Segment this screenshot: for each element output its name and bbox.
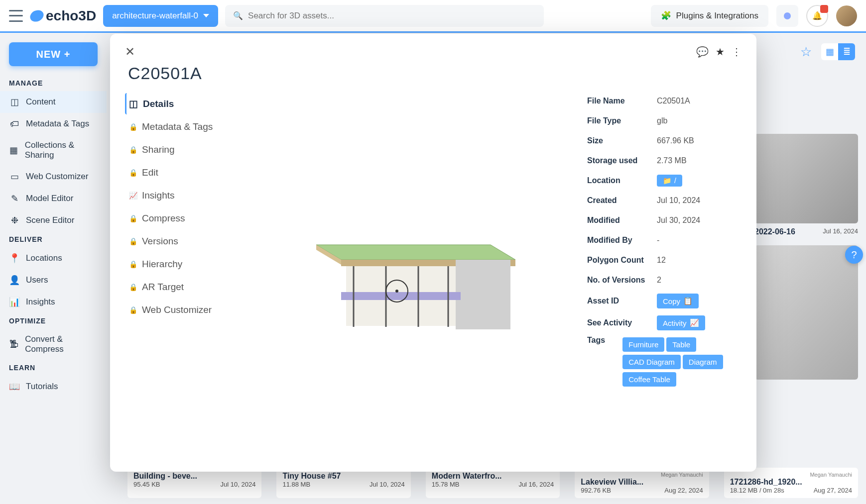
sidebar-item-web-customizer[interactable]: ▭Web Customizer	[0, 166, 107, 188]
sidebar-item-scene-editor[interactable]: ❉Scene Editor	[0, 209, 107, 231]
chart-icon: 📊	[9, 297, 20, 307]
nav-ar-target[interactable]: 🔒AR Target	[125, 277, 225, 298]
prop-file-name: C20501A	[657, 97, 690, 105]
nav-edit[interactable]: 🔒Edit	[125, 162, 225, 183]
search-icon: 🔍	[233, 11, 243, 20]
book-icon: 📖	[9, 381, 20, 392]
menu-icon[interactable]	[9, 10, 23, 22]
modal-title: C20501A	[128, 64, 742, 83]
sidebar-item-insights[interactable]: 📊Insights	[0, 291, 107, 313]
pencil-icon: ✎	[9, 193, 20, 204]
scene-icon: ❉	[9, 215, 20, 226]
compress-icon: 🗜	[9, 339, 19, 350]
logo-text: echo3D	[46, 8, 96, 24]
sidebar-item-collections[interactable]: ▦Collections & Sharing	[0, 135, 107, 166]
logo[interactable]: echo3D	[30, 8, 96, 24]
prop-versions: 2	[657, 276, 661, 285]
lock-icon: 🔒	[129, 123, 137, 131]
lock-icon: 🔒	[129, 283, 137, 291]
grid-view-button[interactable]: ▦	[821, 43, 838, 60]
sidebar-item-metadata[interactable]: 🏷Metadata & Tags	[0, 113, 107, 135]
lock-icon: 🔒	[129, 214, 137, 222]
location-chip[interactable]: 📁/	[657, 175, 682, 187]
tag-chip[interactable]: CAD Diagram	[622, 355, 681, 369]
favorite-icon[interactable]: ☆	[800, 44, 815, 59]
section-learn: LEARN	[0, 360, 107, 376]
tag-chip[interactable]: Furniture	[622, 337, 664, 352]
search-box[interactable]: 🔍	[225, 5, 544, 27]
close-icon[interactable]: ✕	[125, 45, 135, 59]
more-icon[interactable]: ⋮	[732, 46, 742, 58]
tag-chip[interactable]: Diagram	[683, 355, 723, 369]
lock-icon: 🔒	[129, 169, 137, 177]
prop-size: 667.96 KB	[657, 136, 694, 145]
sidebar-item-tutorials[interactable]: 📖Tutorials	[0, 376, 107, 398]
tag-chip[interactable]: Coffee Table	[622, 372, 676, 387]
lock-icon: 🔒	[129, 146, 137, 154]
list-view-button[interactable]: ≣	[838, 43, 855, 60]
model-preview	[286, 207, 525, 347]
svg-marker-0	[316, 245, 515, 260]
project-dropdown[interactable]: architecture-waterfall-0	[103, 5, 218, 27]
copy-asset-id-button[interactable]: Copy📋	[657, 294, 699, 308]
nav-hierarchy[interactable]: 🔒Hierarchy	[125, 254, 225, 275]
sidebar-item-model-editor[interactable]: ✎Model Editor	[0, 188, 107, 209]
asset-card[interactable]: Building - beve... 95.45 KBJul 10, 2024	[127, 468, 261, 498]
nav-details[interactable]: ◫Details	[125, 93, 225, 114]
nav-metadata[interactable]: 🔒Metadata & Tags	[125, 116, 225, 137]
prop-polygon: 12	[657, 256, 666, 265]
activity-button[interactable]: Activity📈	[657, 315, 705, 330]
plugins-button[interactable]: 🧩 Plugins & Integrations	[651, 5, 768, 27]
asset-date: Jul 16, 2024	[823, 227, 858, 236]
prop-modified-by: -	[657, 236, 659, 245]
activity-icon: 📈	[690, 318, 699, 327]
cube-icon: ◫	[9, 97, 20, 107]
help-button[interactable]: ?	[845, 246, 863, 264]
asset-card[interactable]: Megan Yamauchi 1721286-hd_1920... 18.12 …	[724, 468, 858, 498]
tags-list: Furniture Table CAD Diagram Diagram Coff…	[622, 336, 742, 388]
prop-storage: 2.73 MB	[657, 156, 687, 165]
tag-chip[interactable]: Table	[666, 337, 696, 352]
prop-file-type: glb	[657, 116, 667, 125]
nav-insights[interactable]: 📈Insights	[125, 185, 225, 206]
bottom-assets: Building - beve... 95.45 KBJul 10, 2024 …	[127, 468, 858, 498]
asset-thumbnail[interactable]	[754, 134, 858, 223]
asset-card[interactable]: Modern Waterfro... 15.78 MBJul 16, 2024	[426, 468, 560, 498]
star-icon[interactable]: ★	[716, 46, 725, 58]
sidebar-item-content[interactable]: ◫Content	[0, 91, 107, 113]
copy-icon: 📋	[683, 297, 693, 305]
nav-versions[interactable]: 🔒Versions	[125, 231, 225, 252]
model-preview-area[interactable]	[235, 93, 577, 461]
chevron-down-icon	[203, 14, 209, 17]
grid-icon: ▦	[9, 145, 19, 156]
prop-modified: Jul 30, 2024	[657, 216, 700, 225]
new-button[interactable]: NEW +	[9, 42, 98, 66]
sidebar-item-convert[interactable]: 🗜Convert & Compress	[0, 329, 107, 360]
notification-badge	[820, 5, 828, 13]
nav-compress[interactable]: 🔒Compress	[125, 208, 225, 229]
user-avatar[interactable]	[836, 5, 857, 26]
modal-nav: ◫Details 🔒Metadata & Tags 🔒Sharing 🔒Edit…	[125, 93, 225, 461]
asset-title: 2022-06-16	[754, 227, 795, 236]
asset-card[interactable]: Tiny House #57 11.88 MBJul 10, 2024	[276, 468, 410, 498]
sidebar-item-users[interactable]: 👤Users	[0, 269, 107, 291]
asset-detail-modal: ✕ 💬 ★ ⋮ C20501A ◫Details 🔒Metadata & Tag…	[110, 34, 756, 472]
asset-card[interactable]: Megan Yamauchi Lakeview Villia... 992.76…	[575, 468, 709, 498]
project-name: architecture-waterfall-0	[112, 11, 198, 21]
prop-created: Jul 10, 2024	[657, 196, 700, 205]
asset-thumbnail[interactable]	[754, 245, 858, 380]
pin-icon: 📍	[9, 253, 20, 264]
puzzle-icon: 🧩	[661, 10, 671, 21]
notifications-button[interactable]: 🔔	[806, 5, 828, 27]
sidebar-item-locations[interactable]: 📍Locations	[0, 247, 107, 269]
comment-icon[interactable]: 💬	[696, 46, 709, 58]
vr-icon: ▭	[9, 171, 20, 182]
nav-sharing[interactable]: 🔒Sharing	[125, 139, 225, 160]
nav-web-customizer[interactable]: 🔒Web Customizer	[125, 300, 225, 320]
sidebar: NEW + MANAGE ◫Content 🏷Metadata & Tags ▦…	[0, 34, 107, 504]
properties-panel: File NameC20501A File Typeglb Size667.96…	[587, 93, 742, 461]
theme-button[interactable]	[776, 5, 798, 27]
search-input[interactable]	[248, 11, 536, 21]
section-deliver: DELIVER	[0, 231, 107, 247]
top-bar: echo3D architecture-waterfall-0 🔍 🧩 Plug…	[0, 0, 866, 33]
